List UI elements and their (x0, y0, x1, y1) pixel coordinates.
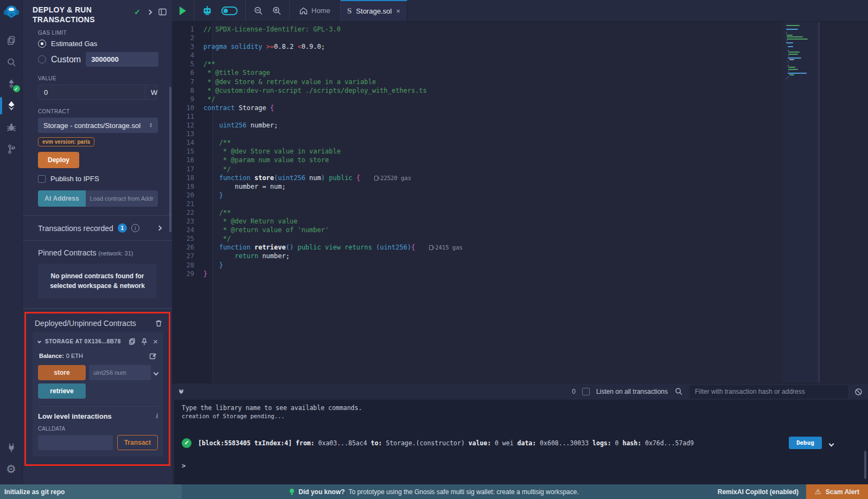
code-line: 5/** (172, 60, 868, 68)
terminal-search-icon (674, 387, 683, 396)
deploy-run-panel: DEPLOY & RUN TRANSACTIONS ✓ GAS LI (23, 0, 172, 484)
search-icon[interactable] (0, 52, 23, 73)
panel-layout-icon[interactable] (158, 8, 167, 16)
deployed-contract-card: STORAGE AT 0X136...8B78 (33, 332, 163, 457)
editor-minimap[interactable] (783, 22, 820, 383)
listen-all-label: Listen on all transactions (596, 388, 668, 395)
code-line: 1// SPDX-License-Identifier: GPL-3.0 (172, 25, 868, 34)
estimated-gas-option[interactable]: Estimated Gas (38, 40, 158, 48)
store-function-button[interactable]: store (38, 365, 86, 380)
evm-version-badge: evm version: paris (38, 137, 94, 146)
plugin-manager-icon[interactable] (0, 437, 23, 458)
terminal-collapse-icon[interactable] (180, 390, 183, 393)
value-input[interactable] (39, 85, 145, 99)
store-arg-input[interactable] (89, 365, 151, 380)
listen-all-checkbox[interactable] (582, 388, 590, 395)
terminal-prompt[interactable]: > (182, 462, 863, 470)
copy-address-icon[interactable] (129, 338, 136, 345)
terminal-scrollbar[interactable] (864, 451, 866, 479)
panel-scrollbar[interactable] (169, 87, 171, 232)
contract-selected: Storage - contracts/Storage.sol (43, 121, 141, 130)
at-address-button[interactable]: At Address (38, 190, 86, 207)
remove-contract-icon[interactable]: × (153, 337, 158, 346)
deploy-button[interactable]: Deploy (38, 152, 79, 168)
clear-filter-icon[interactable] (854, 388, 863, 396)
contract-label: CONTRACT (38, 108, 158, 114)
code-line: 12 uint256 number; (172, 121, 868, 130)
run-script-icon[interactable] (180, 7, 186, 15)
copilot-toggle[interactable] (221, 7, 238, 15)
code-line: 21 (172, 200, 868, 208)
terminal[interactable]: Type the library name to see available c… (172, 400, 868, 484)
file-explorer-icon[interactable] (0, 30, 23, 52)
solidity-compiler-icon[interactable]: ✓ (0, 73, 23, 95)
lightbulb-icon (289, 488, 295, 496)
zoom-in-icon[interactable] (272, 6, 282, 16)
settings-icon[interactable]: ⚙ (0, 458, 23, 480)
custom-gas-option[interactable]: Custom (38, 52, 158, 67)
edit-balance-icon[interactable] (149, 352, 157, 360)
git-init-button[interactable]: Initialize as git repo (0, 484, 182, 499)
debugger-icon[interactable] (0, 117, 23, 138)
pin-panel-icon[interactable] (148, 10, 151, 14)
code-line: 27 return number; (172, 252, 868, 260)
store-expand-icon[interactable] (154, 370, 159, 375)
code-line: 29} (172, 270, 868, 278)
contract-select[interactable]: Storage - contracts/Storage.sol ▲▼ (38, 118, 158, 133)
code-line: 18 function store(uint256 num) public {2… (172, 174, 868, 182)
code-line: 23 * @dev Return value (172, 217, 868, 226)
calldata-input[interactable] (38, 435, 113, 450)
pin-contract-icon[interactable] (141, 338, 148, 346)
value-unit-select[interactable]: Wei ▲▼ (145, 85, 158, 99)
zoom-out-icon[interactable] (253, 6, 263, 16)
status-bar: Initialize as git repo Did you know? To … (0, 484, 868, 499)
tab-home[interactable]: Home (290, 0, 341, 21)
transactions-recorded-row[interactable]: Transactions recorded 1 i (23, 216, 172, 240)
warning-icon: ⚠ (815, 488, 821, 496)
publish-ipfs-checkbox[interactable] (38, 175, 46, 183)
tx-success-icon: ✓ (182, 438, 192, 448)
code-line: 10contract Storage { (172, 104, 868, 112)
ai-assistant-robot-icon[interactable] (202, 6, 213, 16)
contract-collapse-icon[interactable] (37, 340, 41, 343)
transactions-count-badge: 1 (118, 223, 127, 233)
custom-gas-radio[interactable] (38, 55, 46, 63)
transactions-expand-icon[interactable] (157, 226, 162, 231)
panel-check-icon: ✓ (134, 8, 141, 16)
home-label: Home (311, 7, 330, 15)
code-line: 22 /** (172, 208, 868, 217)
lowlevel-title: Low level interactions (38, 412, 112, 420)
tx-expand-icon[interactable] (829, 438, 833, 448)
editor-toolbar: Home S Storage.sol × (172, 0, 868, 22)
trash-icon[interactable] (155, 319, 162, 327)
pinned-empty-message: No pinned contracts found for selected w… (38, 264, 157, 298)
scam-alert-button[interactable]: ⚠ Scam Alert (806, 484, 868, 499)
code-line: 4 (172, 51, 868, 60)
transactions-recorded-label: Transactions recorded (38, 224, 113, 233)
lowlevel-info-icon[interactable]: i (156, 412, 158, 420)
close-tab-icon[interactable]: × (396, 8, 400, 15)
transactions-info-icon[interactable]: i (131, 224, 139, 232)
debug-button[interactable]: Debug (789, 437, 822, 449)
retrieve-function-button[interactable]: retrieve (38, 383, 86, 399)
deploy-and-run-icon[interactable] (0, 95, 23, 117)
at-address-input[interactable] (86, 190, 158, 207)
remix-logo-icon[interactable] (3, 4, 20, 20)
compile-success-badge: ✓ (13, 85, 20, 92)
filter-transactions-input[interactable] (690, 385, 848, 399)
publish-ipfs-option[interactable]: Publish to IPFS (38, 175, 158, 183)
code-line: 11 (172, 112, 868, 121)
custom-gas-input[interactable] (86, 52, 158, 67)
code-line: 20 } (172, 191, 868, 200)
balance-label: Balance: (39, 353, 64, 359)
gas-limit-label: GAS LIMIT (38, 30, 158, 36)
gas-estimate-hint: 2415 gas (429, 244, 463, 251)
git-icon[interactable] (0, 138, 23, 160)
copilot-status[interactable]: RemixAI Copilot (enabled) (710, 484, 806, 499)
code-editor[interactable]: 1// SPDX-License-Identifier: GPL-3.023pr… (172, 22, 868, 383)
tab-storage-sol[interactable]: S Storage.sol × (341, 0, 407, 21)
code-line: 15 * @dev Store value in variable (172, 147, 868, 156)
code-line: 6 * @title Storage (172, 68, 868, 77)
estimated-gas-radio[interactable] (38, 40, 46, 48)
transact-button[interactable]: Transact (117, 435, 158, 450)
